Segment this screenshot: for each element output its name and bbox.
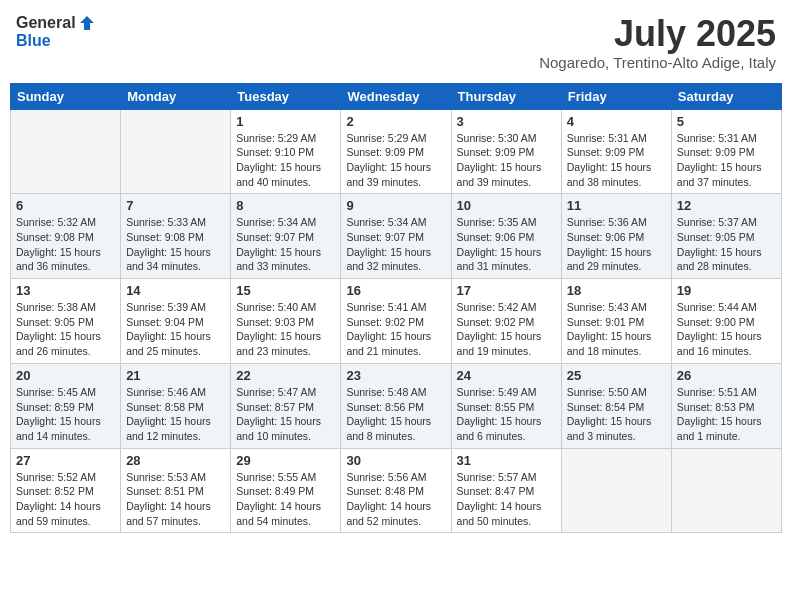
day-number: 21	[126, 368, 225, 383]
day-number: 7	[126, 198, 225, 213]
day-info: Sunrise: 5:53 AM Sunset: 8:51 PM Dayligh…	[126, 470, 225, 529]
calendar-cell: 24Sunrise: 5:49 AM Sunset: 8:55 PM Dayli…	[451, 363, 561, 448]
calendar-cell: 8Sunrise: 5:34 AM Sunset: 9:07 PM Daylig…	[231, 194, 341, 279]
month-title: July 2025	[539, 14, 776, 54]
calendar-cell: 29Sunrise: 5:55 AM Sunset: 8:49 PM Dayli…	[231, 448, 341, 533]
day-info: Sunrise: 5:31 AM Sunset: 9:09 PM Dayligh…	[567, 131, 666, 190]
calendar-cell: 9Sunrise: 5:34 AM Sunset: 9:07 PM Daylig…	[341, 194, 451, 279]
logo-general: General	[16, 14, 76, 32]
logo-blue: Blue	[16, 32, 51, 50]
day-number: 9	[346, 198, 445, 213]
day-info: Sunrise: 5:31 AM Sunset: 9:09 PM Dayligh…	[677, 131, 776, 190]
day-info: Sunrise: 5:50 AM Sunset: 8:54 PM Dayligh…	[567, 385, 666, 444]
calendar-cell: 12Sunrise: 5:37 AM Sunset: 9:05 PM Dayli…	[671, 194, 781, 279]
calendar-cell: 22Sunrise: 5:47 AM Sunset: 8:57 PM Dayli…	[231, 363, 341, 448]
day-number: 4	[567, 114, 666, 129]
day-number: 14	[126, 283, 225, 298]
day-number: 10	[457, 198, 556, 213]
calendar-week-row: 1Sunrise: 5:29 AM Sunset: 9:10 PM Daylig…	[11, 109, 782, 194]
calendar-cell	[121, 109, 231, 194]
calendar-cell: 17Sunrise: 5:42 AM Sunset: 9:02 PM Dayli…	[451, 279, 561, 364]
calendar-cell: 1Sunrise: 5:29 AM Sunset: 9:10 PM Daylig…	[231, 109, 341, 194]
calendar-cell: 27Sunrise: 5:52 AM Sunset: 8:52 PM Dayli…	[11, 448, 121, 533]
day-number: 8	[236, 198, 335, 213]
calendar-week-row: 6Sunrise: 5:32 AM Sunset: 9:08 PM Daylig…	[11, 194, 782, 279]
day-info: Sunrise: 5:38 AM Sunset: 9:05 PM Dayligh…	[16, 300, 115, 359]
day-number: 26	[677, 368, 776, 383]
day-info: Sunrise: 5:46 AM Sunset: 8:58 PM Dayligh…	[126, 385, 225, 444]
day-number: 27	[16, 453, 115, 468]
page-header: General Blue July 2025 Nogaredo, Trentin…	[10, 10, 782, 75]
calendar-cell: 2Sunrise: 5:29 AM Sunset: 9:09 PM Daylig…	[341, 109, 451, 194]
day-number: 22	[236, 368, 335, 383]
calendar-cell: 14Sunrise: 5:39 AM Sunset: 9:04 PM Dayli…	[121, 279, 231, 364]
day-number: 11	[567, 198, 666, 213]
day-number: 1	[236, 114, 335, 129]
calendar-cell: 11Sunrise: 5:36 AM Sunset: 9:06 PM Dayli…	[561, 194, 671, 279]
day-number: 25	[567, 368, 666, 383]
calendar-cell: 21Sunrise: 5:46 AM Sunset: 8:58 PM Dayli…	[121, 363, 231, 448]
day-info: Sunrise: 5:29 AM Sunset: 9:10 PM Dayligh…	[236, 131, 335, 190]
day-info: Sunrise: 5:37 AM Sunset: 9:05 PM Dayligh…	[677, 215, 776, 274]
calendar-cell: 28Sunrise: 5:53 AM Sunset: 8:51 PM Dayli…	[121, 448, 231, 533]
day-info: Sunrise: 5:40 AM Sunset: 9:03 PM Dayligh…	[236, 300, 335, 359]
day-info: Sunrise: 5:35 AM Sunset: 9:06 PM Dayligh…	[457, 215, 556, 274]
day-number: 2	[346, 114, 445, 129]
svg-marker-0	[80, 16, 94, 30]
calendar-table: SundayMondayTuesdayWednesdayThursdayFrid…	[10, 83, 782, 534]
weekday-header: Thursday	[451, 83, 561, 109]
day-info: Sunrise: 5:34 AM Sunset: 9:07 PM Dayligh…	[236, 215, 335, 274]
day-number: 30	[346, 453, 445, 468]
day-info: Sunrise: 5:33 AM Sunset: 9:08 PM Dayligh…	[126, 215, 225, 274]
calendar-cell: 19Sunrise: 5:44 AM Sunset: 9:00 PM Dayli…	[671, 279, 781, 364]
calendar-cell	[561, 448, 671, 533]
calendar-header-row: SundayMondayTuesdayWednesdayThursdayFrid…	[11, 83, 782, 109]
calendar-cell: 26Sunrise: 5:51 AM Sunset: 8:53 PM Dayli…	[671, 363, 781, 448]
day-number: 23	[346, 368, 445, 383]
calendar-week-row: 27Sunrise: 5:52 AM Sunset: 8:52 PM Dayli…	[11, 448, 782, 533]
calendar-cell: 25Sunrise: 5:50 AM Sunset: 8:54 PM Dayli…	[561, 363, 671, 448]
day-number: 20	[16, 368, 115, 383]
day-info: Sunrise: 5:29 AM Sunset: 9:09 PM Dayligh…	[346, 131, 445, 190]
day-number: 31	[457, 453, 556, 468]
calendar-cell: 31Sunrise: 5:57 AM Sunset: 8:47 PM Dayli…	[451, 448, 561, 533]
calendar-cell: 7Sunrise: 5:33 AM Sunset: 9:08 PM Daylig…	[121, 194, 231, 279]
day-info: Sunrise: 5:57 AM Sunset: 8:47 PM Dayligh…	[457, 470, 556, 529]
day-number: 13	[16, 283, 115, 298]
logo-icon	[78, 14, 96, 32]
day-info: Sunrise: 5:47 AM Sunset: 8:57 PM Dayligh…	[236, 385, 335, 444]
day-info: Sunrise: 5:52 AM Sunset: 8:52 PM Dayligh…	[16, 470, 115, 529]
day-number: 15	[236, 283, 335, 298]
day-number: 18	[567, 283, 666, 298]
day-number: 24	[457, 368, 556, 383]
weekday-header: Friday	[561, 83, 671, 109]
weekday-header: Sunday	[11, 83, 121, 109]
calendar-cell: 15Sunrise: 5:40 AM Sunset: 9:03 PM Dayli…	[231, 279, 341, 364]
calendar-cell: 13Sunrise: 5:38 AM Sunset: 9:05 PM Dayli…	[11, 279, 121, 364]
day-info: Sunrise: 5:41 AM Sunset: 9:02 PM Dayligh…	[346, 300, 445, 359]
day-info: Sunrise: 5:48 AM Sunset: 8:56 PM Dayligh…	[346, 385, 445, 444]
calendar-week-row: 20Sunrise: 5:45 AM Sunset: 8:59 PM Dayli…	[11, 363, 782, 448]
day-info: Sunrise: 5:49 AM Sunset: 8:55 PM Dayligh…	[457, 385, 556, 444]
day-info: Sunrise: 5:45 AM Sunset: 8:59 PM Dayligh…	[16, 385, 115, 444]
day-info: Sunrise: 5:32 AM Sunset: 9:08 PM Dayligh…	[16, 215, 115, 274]
day-number: 12	[677, 198, 776, 213]
location-title: Nogaredo, Trentino-Alto Adige, Italy	[539, 54, 776, 71]
calendar-cell: 3Sunrise: 5:30 AM Sunset: 9:09 PM Daylig…	[451, 109, 561, 194]
calendar-cell: 23Sunrise: 5:48 AM Sunset: 8:56 PM Dayli…	[341, 363, 451, 448]
calendar-cell	[11, 109, 121, 194]
calendar-week-row: 13Sunrise: 5:38 AM Sunset: 9:05 PM Dayli…	[11, 279, 782, 364]
calendar-cell	[671, 448, 781, 533]
day-number: 16	[346, 283, 445, 298]
weekday-header: Tuesday	[231, 83, 341, 109]
day-number: 19	[677, 283, 776, 298]
day-info: Sunrise: 5:39 AM Sunset: 9:04 PM Dayligh…	[126, 300, 225, 359]
day-info: Sunrise: 5:44 AM Sunset: 9:00 PM Dayligh…	[677, 300, 776, 359]
day-info: Sunrise: 5:30 AM Sunset: 9:09 PM Dayligh…	[457, 131, 556, 190]
calendar-cell: 6Sunrise: 5:32 AM Sunset: 9:08 PM Daylig…	[11, 194, 121, 279]
day-info: Sunrise: 5:42 AM Sunset: 9:02 PM Dayligh…	[457, 300, 556, 359]
calendar-cell: 30Sunrise: 5:56 AM Sunset: 8:48 PM Dayli…	[341, 448, 451, 533]
day-number: 29	[236, 453, 335, 468]
day-info: Sunrise: 5:43 AM Sunset: 9:01 PM Dayligh…	[567, 300, 666, 359]
day-number: 28	[126, 453, 225, 468]
